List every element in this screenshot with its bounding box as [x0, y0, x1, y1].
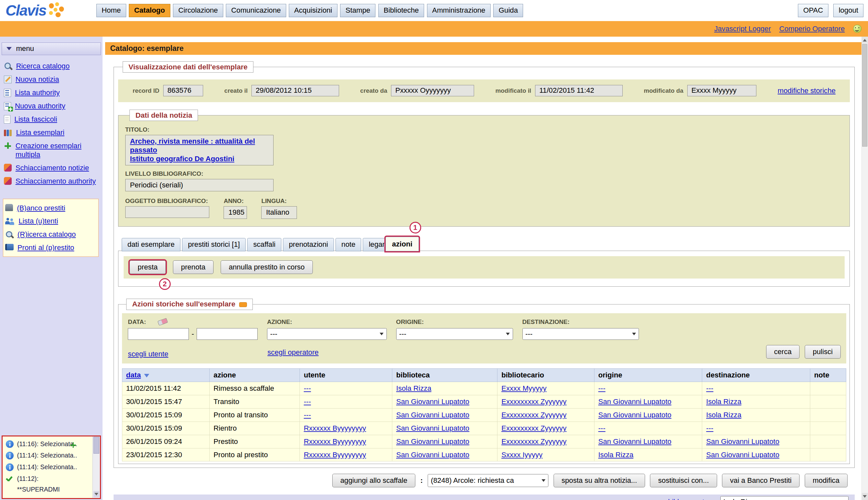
sidebar-item-lista-authority[interactable]: Lista authority [3, 86, 102, 99]
sidebar-menu-header[interactable]: menu [2, 43, 101, 55]
action-select[interactable]: --- [267, 328, 387, 340]
nav-tab-guida[interactable]: Guida [493, 4, 523, 18]
modify-button[interactable]: modifica [805, 474, 848, 487]
sidebar-item-label[interactable]: Creazione esemplari multipla [15, 141, 100, 159]
annulla-prestito-button[interactable]: annulla prestito in corso [221, 260, 313, 274]
nav-tab-circolazione[interactable]: Circolazione [173, 4, 223, 18]
origine-link[interactable]: Isola Rizza [598, 451, 633, 459]
notification-item[interactable]: (11:14): Selezionata.. [3, 459, 100, 471]
destinazione-link[interactable]: San Giovanni Lupatoto [706, 438, 779, 445]
current-library-select[interactable]: Isola Rizza [720, 496, 849, 500]
page-scrollbar[interactable] [861, 37, 868, 500]
add-to-shelf-button[interactable]: aggiungi allo scaffale [332, 474, 415, 487]
tab-prestiti-storici[interactable]: prestiti storici [1] [182, 238, 246, 252]
destination-select[interactable]: --- [522, 328, 639, 340]
nav-tab-biblioteche[interactable]: Biblioteche [378, 4, 424, 18]
nav-tab-amministrazione[interactable]: Amministrazione [427, 4, 491, 18]
cerca-button[interactable]: cerca [766, 345, 800, 359]
sidebar-item-label[interactable]: Lista esemplari [16, 128, 64, 137]
sidebar-item-lista-esemplari[interactable]: Lista esemplari [3, 126, 102, 139]
eraser-icon[interactable] [158, 318, 168, 326]
sidebar-item-ricerca-catalogo[interactable]: Ricerca catalogo [3, 59, 102, 73]
origine-link[interactable]: --- [598, 384, 605, 393]
utente-link[interactable]: --- [304, 411, 311, 419]
origine-link[interactable]: --- [598, 424, 605, 432]
record-publisher-link[interactable]: Istituto geografico De Agostini [130, 154, 269, 163]
presta-button[interactable]: presta [130, 260, 166, 274]
scrollbar-thumb[interactable] [93, 437, 99, 453]
scroll-down-arrow[interactable] [862, 493, 868, 500]
sidebar-item-label[interactable]: Lista fascicoli [14, 115, 57, 124]
utente-link[interactable]: --- [304, 384, 311, 393]
destinazione-link[interactable]: --- [706, 384, 713, 393]
tab-note[interactable]: note [335, 238, 361, 252]
origine-link[interactable]: San Giovanni Lupatoto [598, 398, 671, 406]
biblioteca-link[interactable]: San Giovanni Lupatoto [396, 411, 469, 419]
tab-azioni[interactable]: azioni [386, 237, 419, 251]
destinazione-link[interactable]: San Giovanni Lupatoto [706, 451, 779, 459]
history-changes-link[interactable]: modifiche storiche [778, 87, 836, 95]
destinazione-link[interactable]: Isola Rizza [706, 411, 741, 419]
bibliotecario-link[interactable]: Exxxxxxxxx Zyyyyyy [501, 398, 567, 406]
javascript-logger-link[interactable]: Javascript Logger [714, 25, 771, 33]
quick-link-label[interactable]: Lista (u)tenti [19, 217, 58, 225]
sidebar-item-label[interactable]: Lista authority [15, 88, 60, 97]
sidebar-item-label[interactable]: Nuova authority [15, 102, 65, 110]
bibliotecario-link[interactable]: Exxxxxxxxx Zyyyyyy [501, 438, 567, 445]
notifications-scrollbar[interactable] [92, 436, 100, 498]
collapse-panel-icon[interactable] [239, 302, 247, 307]
utente-link[interactable]: --- [304, 398, 311, 406]
move-to-record-button[interactable]: sposta su altra notizia... [554, 474, 645, 487]
bibliotecario-link[interactable]: Exxxxxxxxx Zyyyyyy [501, 411, 567, 419]
origine-link[interactable]: San Giovanni Lupatoto [598, 411, 671, 419]
sidebar-item-creazione-esemplari[interactable]: Creazione esemplari multipla [3, 139, 102, 161]
utente-link[interactable]: Rxxxxxx Byyyyyyyy [304, 424, 366, 432]
prenota-button[interactable]: prenota [173, 260, 213, 274]
date-from-input[interactable] [128, 328, 189, 340]
record-title-link[interactable]: Archeo, rivista mensile : attualità del … [130, 137, 269, 155]
nav-tab-stampe[interactable]: Stampe [340, 4, 376, 18]
add-icon[interactable] [70, 442, 76, 448]
pulisci-button[interactable]: pulisci [805, 345, 841, 359]
sidebar-item-label[interactable]: Schiacciamento notizie [15, 163, 89, 172]
sidebar-item-lista-fascicoli[interactable]: Lista fascicoli [3, 113, 102, 126]
notification-item[interactable]: (11:12): **SUPERADMI [3, 471, 100, 493]
scrollbar-thumb[interactable] [862, 44, 867, 147]
tab-legami[interactable]: legami [363, 238, 389, 252]
sort-by-date-link[interactable]: data [126, 371, 141, 379]
origine-link[interactable]: San Giovanni Lupatoto [598, 438, 671, 445]
biblioteca-link[interactable]: Isola Rizza [396, 384, 431, 393]
scroll-up-arrow[interactable] [862, 37, 868, 44]
destinazione-link[interactable]: --- [706, 424, 713, 432]
logout-button[interactable]: logout [833, 4, 864, 18]
date-to-input[interactable] [197, 328, 258, 340]
nav-tab-catalogo[interactable]: Catalogo [129, 4, 170, 18]
notification-item[interactable]: (11:14): Selezionata.. [3, 448, 100, 459]
replace-with-button[interactable]: sostituisci con... [650, 474, 717, 487]
sidebar-item-schiacciamento-authority[interactable]: Schiacciamento authority [3, 174, 102, 188]
biblioteca-link[interactable]: San Giovanni Lupatoto [396, 398, 469, 406]
biblioteca-link[interactable]: San Giovanni Lupatoto [396, 438, 469, 445]
utente-link[interactable]: Rxxxxxx Byyyyyyyy [304, 438, 366, 445]
destinazione-link[interactable]: Isola Rizza [706, 398, 741, 406]
quick-link-label[interactable]: (B)anco prestiti [17, 204, 65, 212]
shelf-select[interactable]: (8248) Arcole: richiesta ca [428, 474, 548, 487]
quick-link-label[interactable]: Pronti al (p)restito [18, 243, 74, 252]
tab-scaffali[interactable]: scaffali [247, 238, 281, 252]
sidebar-item-label[interactable]: Schiacciamento authority [15, 177, 96, 185]
bibliotecario-link[interactable]: Exxxx Myyyyy [501, 384, 546, 393]
sidebar-item-label[interactable]: Ricerca catalogo [16, 61, 69, 70]
nav-tab-acquisizioni[interactable]: Acquisizioni [289, 4, 337, 18]
sidebar-item-label[interactable]: Nuova notizia [15, 75, 59, 84]
sidebar-item-nuova-authority[interactable]: Nuova authority [3, 99, 102, 113]
utente-link[interactable]: Rxxxxxx Byyyyyyyy [304, 451, 366, 459]
bibliotecario-link[interactable]: Exxxxxxxxx Zyyyyyy [501, 424, 567, 432]
opac-button[interactable]: OPAC [798, 4, 828, 18]
go-loan-desk-button[interactable]: vai a Banco Prestiti [722, 474, 800, 487]
quick-link-pronti-prestito[interactable]: Pronti al (p)restito [4, 241, 97, 254]
bibliotecario-link[interactable]: Sxxxx Iyyyyy [501, 451, 543, 459]
operator-link[interactable]: Comperio Operatore [779, 25, 845, 33]
current-library-link[interactable]: bibl. corrente [668, 498, 708, 500]
nav-tab-comunicazione[interactable]: Comunicazione [226, 4, 286, 18]
tab-dati-esemplare[interactable]: dati esemplare [122, 238, 180, 252]
